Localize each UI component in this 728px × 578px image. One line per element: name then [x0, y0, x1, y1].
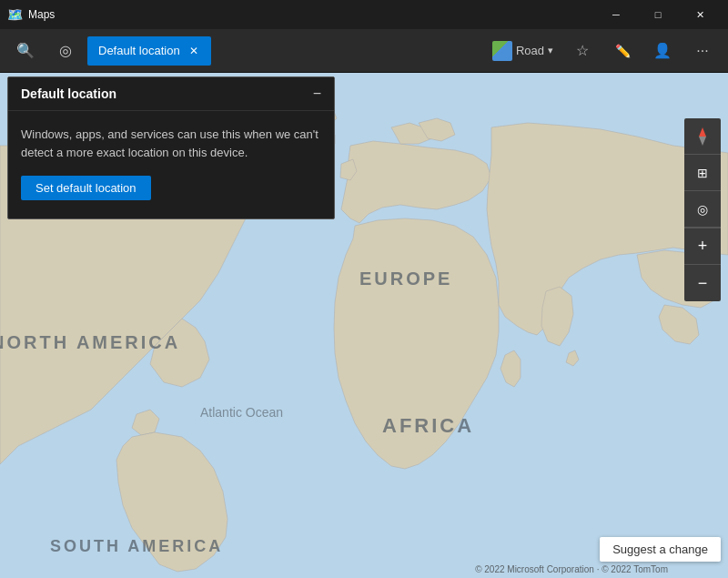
app-icon: 🗺️ — [7, 7, 23, 22]
restore-button[interactable]: □ — [637, 0, 679, 29]
toolbar-right: Road ▾ ☆ ✏️ 👤 ··· — [485, 33, 721, 69]
default-location-panel: Default location − Windows, apps, and se… — [7, 76, 335, 219]
panel-description: Windows, apps, and services can use this… — [21, 126, 321, 161]
window-controls: ─ □ ✕ — [595, 0, 721, 29]
suggest-change-button[interactable]: Suggest a change — [600, 537, 721, 562]
layers-button[interactable]: ⊞ — [684, 155, 721, 191]
ink-icon: ✏️ — [615, 44, 631, 58]
panel-minimize-button[interactable]: − — [313, 86, 321, 101]
star-icon: ☆ — [576, 42, 589, 59]
my-location-button[interactable]: ◎ — [684, 191, 721, 228]
my-location-icon: ◎ — [697, 202, 708, 217]
minimize-button[interactable]: ─ — [595, 0, 637, 29]
app-title: Maps — [28, 8, 55, 21]
chevron-down-icon: ▾ — [548, 45, 553, 56]
panel-title: Default location — [21, 86, 116, 101]
more-button[interactable]: ··· — [684, 33, 721, 69]
default-location-tab: Default location ✕ — [87, 36, 211, 66]
panel-header: Default location − — [8, 77, 334, 111]
copyright-text: © 2022 Microsoft Corporation · © 2022 To… — [475, 564, 668, 574]
more-icon: ··· — [696, 43, 708, 59]
search-button[interactable]: 🔍 — [7, 33, 44, 69]
layers-icon: ⊞ — [697, 166, 708, 180]
panel-body: Windows, apps, and services can use this… — [8, 111, 334, 218]
close-button[interactable]: ✕ — [679, 0, 721, 29]
zoom-in-button[interactable]: + — [684, 228, 721, 265]
title-bar: 🗺️ Maps ─ □ ✕ — [0, 0, 728, 29]
search-icon: 🔍 — [16, 42, 35, 59]
ink-button[interactable]: ✏️ — [604, 33, 641, 69]
tab-close-button[interactable]: ✕ — [187, 43, 200, 59]
compass-icon — [699, 127, 706, 146]
location-button[interactable]: ◎ — [47, 33, 84, 69]
set-default-location-button[interactable]: Set default location — [21, 176, 151, 200]
profile-button[interactable]: 👤 — [644, 33, 681, 69]
map-controls: ⊞ ◎ + − — [684, 118, 721, 301]
map-container[interactable]: NORTH AMERICA SOUTH AMERICA EUROPE AFRIC… — [0, 73, 728, 578]
toolbar: 🔍 ◎ Default location ✕ Road ▾ ☆ ✏️ 👤 ··· — [0, 29, 728, 73]
map-type-label: Road — [516, 44, 544, 57]
profile-icon: 👤 — [653, 42, 672, 59]
compass-button[interactable] — [684, 118, 721, 155]
favorites-button[interactable]: ☆ — [564, 33, 601, 69]
tab-label: Default location — [98, 44, 180, 57]
title-bar-left: 🗺️ Maps — [7, 7, 55, 22]
map-type-button[interactable]: Road ▾ — [485, 37, 561, 65]
zoom-out-button[interactable]: − — [684, 265, 721, 301]
map-type-icon — [492, 41, 512, 61]
location-icon: ◎ — [59, 42, 72, 59]
